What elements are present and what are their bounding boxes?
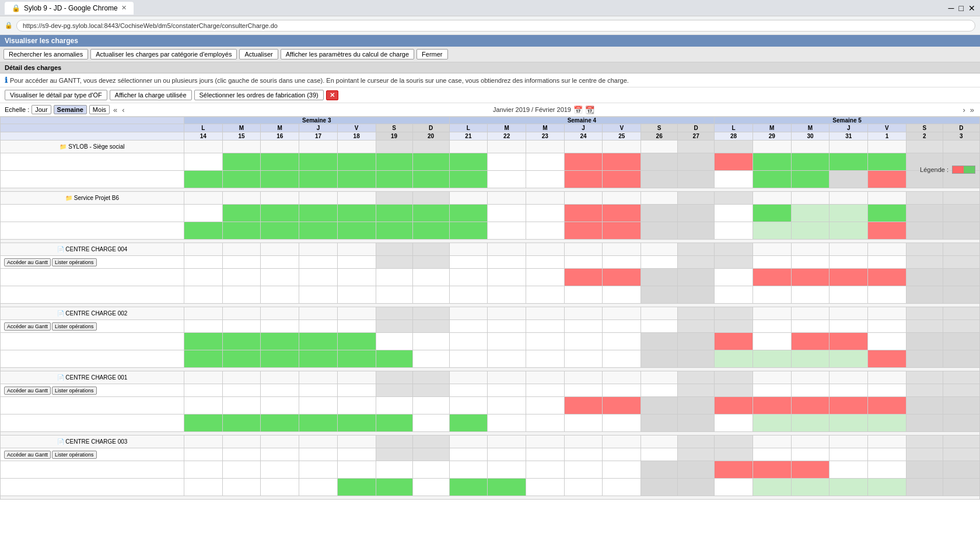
cell-0-0-0[interactable] xyxy=(184,153,222,171)
cell-3-1-12[interactable] xyxy=(641,350,678,368)
cell-0-1-10[interactable] xyxy=(564,171,603,188)
cell-0-0-10[interactable] xyxy=(564,153,603,171)
cell-3-1-11[interactable] xyxy=(603,350,641,368)
cell-3-0-14[interactable] xyxy=(715,333,753,350)
btn-selectionner-of[interactable]: Sélectionner les ordres de fabrication (… xyxy=(194,90,324,100)
scale-mois[interactable]: Mois xyxy=(89,105,110,114)
btn-visualiser-detail[interactable]: Visualiser le détail par type d'OF xyxy=(5,90,107,100)
cell-3-1-2[interactable] xyxy=(261,350,299,368)
cell-5-0-9[interactable] xyxy=(526,461,565,479)
cell-5-0-13[interactable] xyxy=(678,461,715,479)
cell-0-1-16[interactable] xyxy=(791,171,830,188)
cell-0-1-15[interactable] xyxy=(752,171,791,188)
cell-2-1-20[interactable] xyxy=(943,286,979,304)
cell-1-1-17[interactable] xyxy=(830,222,868,240)
cell-5-0-12[interactable] xyxy=(641,461,678,479)
cell-4-0-10[interactable] xyxy=(564,397,603,415)
cell-2-1-9[interactable] xyxy=(526,286,565,304)
cell-3-0-0[interactable] xyxy=(184,333,222,350)
cell-4-1-6[interactable] xyxy=(412,415,449,432)
tab-close[interactable]: ✕ xyxy=(121,4,127,12)
cell-3-0-16[interactable] xyxy=(791,333,830,350)
cell-2-0-13[interactable] xyxy=(678,269,715,286)
cell-3-0-8[interactable] xyxy=(488,333,526,350)
cell-1-0-18[interactable] xyxy=(868,205,907,222)
cell-0-0-12[interactable] xyxy=(641,153,678,171)
cell-1-0-17[interactable] xyxy=(830,205,868,222)
cell-5-0-14[interactable] xyxy=(715,461,753,479)
cell-3-0-2[interactable] xyxy=(261,333,299,350)
cell-3-1-3[interactable] xyxy=(299,350,338,368)
cell-4-1-7[interactable] xyxy=(449,415,488,432)
cell-4-1-2[interactable] xyxy=(261,415,299,432)
cell-1-0-10[interactable] xyxy=(564,205,603,222)
cell-4-0-20[interactable] xyxy=(943,397,979,415)
cell-0-0-9[interactable] xyxy=(526,153,565,171)
close-icon[interactable]: ✕ xyxy=(968,3,975,13)
group-0-bar-row-1[interactable] xyxy=(1,171,980,188)
cell-5-0-1[interactable] xyxy=(222,461,261,479)
cell-1-1-6[interactable] xyxy=(412,222,449,240)
btn-list-4[interactable]: Lister opérations xyxy=(52,387,97,395)
cell-4-0-17[interactable] xyxy=(830,397,868,415)
cell-1-1-19[interactable] xyxy=(906,222,943,240)
btn-gantt-4[interactable]: Accéder au Gantt xyxy=(4,387,51,395)
scale-semaine[interactable]: Semaine xyxy=(54,105,87,114)
cell-3-0-4[interactable] xyxy=(337,333,376,350)
cell-5-0-17[interactable] xyxy=(830,461,868,479)
cell-4-0-16[interactable] xyxy=(791,397,830,415)
btn-actualiser[interactable]: Actualiser xyxy=(239,49,278,59)
btn-gantt-2[interactable]: Accéder au Gantt xyxy=(4,258,51,266)
cell-3-1-19[interactable] xyxy=(906,350,943,368)
cell-5-1-17[interactable] xyxy=(830,479,868,496)
cell-2-0-5[interactable] xyxy=(376,269,412,286)
cell-4-1-16[interactable] xyxy=(791,415,830,432)
cell-1-0-6[interactable] xyxy=(412,205,449,222)
cell-4-1-11[interactable] xyxy=(603,415,641,432)
cell-2-0-11[interactable] xyxy=(603,269,641,286)
cell-5-1-19[interactable] xyxy=(906,479,943,496)
cell-2-0-9[interactable] xyxy=(526,269,565,286)
cell-3-1-15[interactable] xyxy=(752,350,791,368)
cell-1-0-0[interactable] xyxy=(184,205,222,222)
cell-4-0-5[interactable] xyxy=(376,397,412,415)
cell-5-0-20[interactable] xyxy=(943,461,979,479)
cell-4-1-17[interactable] xyxy=(830,415,868,432)
cell-1-1-2[interactable] xyxy=(261,222,299,240)
cell-1-0-20[interactable] xyxy=(943,205,979,222)
cell-5-1-16[interactable] xyxy=(791,479,830,496)
cell-0-1-1[interactable] xyxy=(222,171,261,188)
cell-0-0-1[interactable] xyxy=(222,153,261,171)
cell-0-1-13[interactable] xyxy=(678,171,715,188)
cell-0-1-7[interactable] xyxy=(449,171,488,188)
cell-4-0-1[interactable] xyxy=(222,397,261,415)
cell-4-1-4[interactable] xyxy=(337,415,376,432)
cell-1-0-11[interactable] xyxy=(603,205,641,222)
cell-3-1-4[interactable] xyxy=(337,350,376,368)
cell-5-1-18[interactable] xyxy=(868,479,907,496)
cell-2-1-19[interactable] xyxy=(906,286,943,304)
cell-1-1-13[interactable] xyxy=(678,222,715,240)
cell-2-0-1[interactable] xyxy=(222,269,261,286)
cell-3-0-19[interactable] xyxy=(906,333,943,350)
cell-0-0-18[interactable] xyxy=(868,153,907,171)
cell-2-1-15[interactable] xyxy=(752,286,791,304)
cell-3-0-6[interactable] xyxy=(412,333,449,350)
cell-3-0-17[interactable] xyxy=(830,333,868,350)
cell-2-0-7[interactable] xyxy=(449,269,488,286)
cell-5-0-18[interactable] xyxy=(868,461,907,479)
cell-5-0-4[interactable] xyxy=(337,461,376,479)
cell-0-0-13[interactable] xyxy=(678,153,715,171)
cell-0-1-18[interactable] xyxy=(868,171,907,188)
cell-5-0-16[interactable] xyxy=(791,461,830,479)
cell-0-0-11[interactable] xyxy=(603,153,641,171)
group-4-bar-row-1[interactable] xyxy=(1,415,980,432)
cell-4-0-14[interactable] xyxy=(715,397,753,415)
cell-4-0-4[interactable] xyxy=(337,397,376,415)
cell-0-1-6[interactable] xyxy=(412,171,449,188)
group-2-bar-row-0[interactable] xyxy=(1,269,980,286)
cell-5-1-8[interactable] xyxy=(488,479,526,496)
cell-4-1-13[interactable] xyxy=(678,415,715,432)
cell-4-1-20[interactable] xyxy=(943,415,979,432)
browser-tab[interactable]: 🔒 Sylob 9 - JD - Google Chrome ✕ xyxy=(5,2,134,15)
